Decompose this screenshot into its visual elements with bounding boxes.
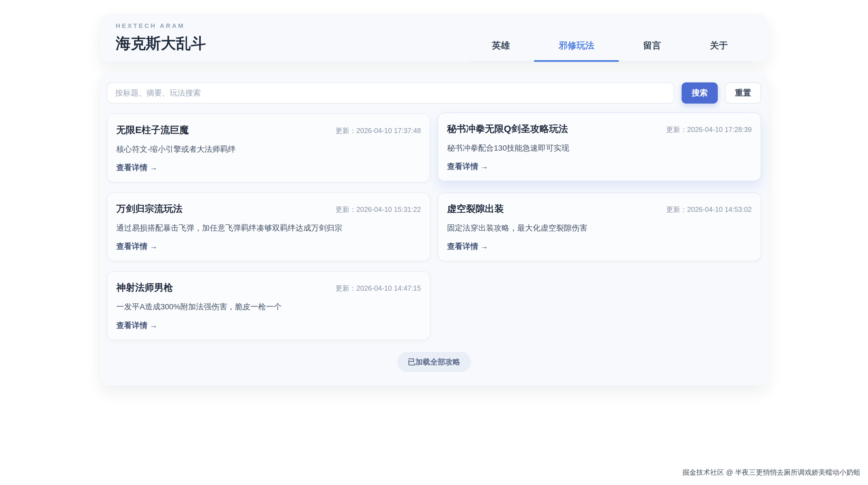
card-head: 神射法师男枪 更新：2026-04-10 14:47:15 bbox=[116, 281, 421, 294]
guide-card: 万剑归宗流玩法 更新：2026-04-10 15:31:22 通过易损搭配暴击飞… bbox=[107, 192, 430, 261]
card-summary: 通过易损搭配暴击飞弹，加任意飞弹羁绊凑够双羁绊达成万剑归宗 bbox=[116, 223, 421, 233]
card-summary: 秘书冲拳配合130技能急速即可实现 bbox=[447, 143, 752, 153]
nav-tab-guides[interactable]: 邪修玩法 bbox=[534, 32, 619, 62]
nav-tab-heroes[interactable]: 英雄 bbox=[467, 32, 534, 62]
card-updated: 更新：2026-04-10 17:28:39 bbox=[666, 125, 752, 134]
card-detail-link[interactable]: 查看详情 → bbox=[116, 241, 157, 252]
card-head: 万剑归宗流玩法 更新：2026-04-10 15:31:22 bbox=[116, 202, 421, 215]
card-detail-link[interactable]: 查看详情 → bbox=[116, 162, 157, 173]
page-title: 海克斯大乱斗 bbox=[116, 33, 206, 54]
card-title: 神射法师男枪 bbox=[116, 281, 173, 294]
card-summary: 一发平A造成300%附加法强伤害，脆皮一枪一个 bbox=[116, 301, 421, 312]
card-head: 无限E柱子流巨魔 更新：2026-04-10 17:37:48 bbox=[116, 124, 421, 136]
card-updated: 更新：2026-04-10 14:53:02 bbox=[666, 205, 752, 214]
card-updated: 更新：2026-04-10 17:37:48 bbox=[336, 126, 421, 135]
header: HEXTECH ARAM 海克斯大乱斗 英雄 邪修玩法 留言 关于 bbox=[100, 14, 768, 62]
search-button[interactable]: 搜索 bbox=[682, 82, 718, 104]
load-status-pill: 已加载全部攻略 bbox=[397, 352, 471, 372]
card-summary: 固定法穿出装攻略，最大化虚空裂隙伤害 bbox=[447, 223, 752, 233]
card-detail-link[interactable]: 查看详情 → bbox=[447, 161, 488, 172]
brand-block: HEXTECH ARAM 海克斯大乱斗 bbox=[116, 22, 206, 61]
watermark: 掘金技术社区 @ 半夜三更悄悄去厕所调戏娇美蠕动小奶蛆 bbox=[682, 468, 860, 477]
card-updated: 更新：2026-04-10 15:31:22 bbox=[336, 205, 421, 214]
nav-tab-messages[interactable]: 留言 bbox=[619, 32, 685, 62]
guide-grid: 无限E柱子流巨魔 更新：2026-04-10 17:37:48 核心符文-缩小引… bbox=[107, 114, 761, 340]
main-panel: 搜索 重置 无限E柱子流巨魔 更新：2026-04-10 17:37:48 核心… bbox=[100, 72, 768, 385]
search-bar: 搜索 重置 bbox=[107, 82, 761, 104]
card-detail-link[interactable]: 查看详情 → bbox=[116, 320, 157, 331]
card-head: 秘书冲拳无限Q剑圣攻略玩法 更新：2026-04-10 17:28:39 bbox=[447, 122, 752, 135]
search-input[interactable] bbox=[107, 82, 674, 104]
guide-card: 神射法师男枪 更新：2026-04-10 14:47:15 一发平A造成300%… bbox=[107, 271, 430, 340]
card-title: 秘书冲拳无限Q剑圣攻略玩法 bbox=[447, 122, 568, 135]
card-detail-link[interactable]: 查看详情 → bbox=[447, 241, 488, 252]
guide-card: 无限E柱子流巨魔 更新：2026-04-10 17:37:48 核心符文-缩小引… bbox=[107, 114, 430, 182]
guide-card: 虚空裂隙出装 更新：2026-04-10 14:53:02 固定法穿出装攻略，最… bbox=[438, 192, 761, 261]
card-title: 万剑归宗流玩法 bbox=[116, 202, 183, 215]
nav-tab-about[interactable]: 关于 bbox=[685, 32, 752, 62]
card-title: 虚空裂隙出装 bbox=[447, 202, 504, 215]
card-updated: 更新：2026-04-10 14:47:15 bbox=[336, 284, 421, 293]
card-head: 虚空裂隙出装 更新：2026-04-10 14:53:02 bbox=[447, 202, 752, 215]
reset-button[interactable]: 重置 bbox=[725, 82, 761, 104]
card-title: 无限E柱子流巨魔 bbox=[116, 124, 189, 136]
brand-label: HEXTECH ARAM bbox=[116, 22, 206, 30]
main-nav: 英雄 邪修玩法 留言 关于 bbox=[467, 32, 752, 62]
card-summary: 核心符文-缩小引擎或者大法师羁绊 bbox=[116, 144, 421, 154]
guide-card: 秘书冲拳无限Q剑圣攻略玩法 更新：2026-04-10 17:28:39 秘书冲… bbox=[438, 112, 761, 181]
